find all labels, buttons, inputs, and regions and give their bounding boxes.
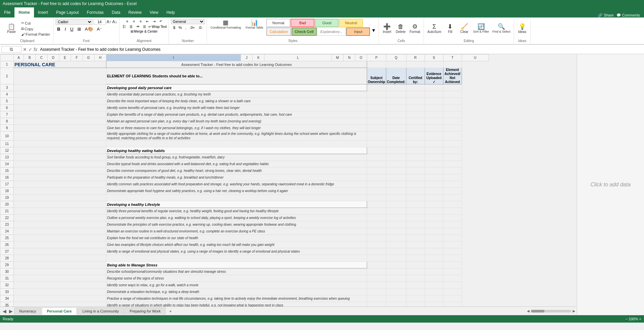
table-row[interactable] — [425, 268, 443, 275]
cancel-formula-icon[interactable]: ✕ — [23, 47, 27, 52]
table-row[interactable] — [386, 215, 406, 221]
table-row[interactable] — [406, 215, 425, 221]
table-row[interactable] — [14, 91, 106, 98]
share-button[interactable]: 🔗 Share — [598, 13, 613, 17]
table-row[interactable] — [386, 228, 406, 235]
table-row[interactable] — [367, 194, 386, 201]
table-row[interactable] — [406, 275, 425, 282]
table-row[interactable] — [443, 295, 462, 302]
table-row[interactable] — [425, 141, 443, 147]
tab-formulas[interactable]: Formulas — [83, 7, 108, 17]
table-row[interactable] — [367, 201, 386, 208]
table-row[interactable] — [367, 168, 386, 174]
table-row[interactable] — [443, 154, 462, 161]
table-row[interactable] — [425, 275, 443, 282]
comma-button[interactable]: , — [184, 25, 188, 30]
table-row[interactable] — [406, 154, 425, 161]
align-top-right[interactable]: ≡ — [138, 19, 144, 24]
table-row[interactable] — [367, 248, 386, 255]
table-row[interactable] — [14, 84, 106, 91]
col-header-d[interactable]: D — [47, 54, 59, 61]
table-row[interactable] — [386, 147, 406, 154]
table-row[interactable] — [367, 132, 386, 141]
table-row[interactable]: Describe school/personal/community situa… — [106, 268, 367, 275]
table-row[interactable] — [367, 295, 386, 302]
table-row[interactable] — [367, 282, 386, 289]
table-row[interactable]: Assesment Tracker - Feel free to add cod… — [106, 61, 367, 68]
table-row[interactable] — [406, 111, 425, 118]
table-row[interactable] — [14, 242, 106, 248]
table-row[interactable] — [425, 174, 443, 181]
table-row[interactable] — [14, 255, 106, 262]
table-row[interactable] — [406, 302, 425, 307]
style-check-cell[interactable]: Check Cell — [292, 28, 317, 36]
sheet-tab-preparing[interactable]: Preparing for Work — [124, 307, 166, 315]
table-row[interactable] — [386, 125, 406, 132]
table-row[interactable] — [425, 194, 443, 201]
table-row[interactable] — [14, 98, 106, 105]
confirm-formula-icon[interactable]: ✓ — [28, 47, 32, 52]
formula-input[interactable] — [39, 46, 643, 52]
table-row[interactable]: Identify some ways to relax, e.g. go for… — [106, 282, 367, 289]
col-header-p[interactable]: P — [367, 54, 386, 61]
table-row[interactable] — [425, 282, 443, 289]
underline-button[interactable]: U — [69, 26, 75, 32]
table-row[interactable] — [425, 154, 443, 161]
table-row[interactable] — [443, 147, 462, 154]
table-row[interactable] — [14, 105, 106, 111]
table-row[interactable] — [425, 118, 443, 125]
table-row[interactable] — [425, 132, 443, 141]
table-row[interactable] — [406, 248, 425, 255]
table-row[interactable] — [425, 248, 443, 255]
decrease-decimal-button[interactable]: .0- — [197, 25, 204, 30]
table-row[interactable]: Sort familiar foods according to food gr… — [106, 154, 367, 161]
table-row[interactable] — [14, 295, 106, 302]
table-row[interactable]: Identify three personal benefits of regu… — [106, 208, 367, 215]
align-top-center[interactable]: ≡ — [131, 19, 137, 24]
table-row[interactable] — [443, 208, 462, 215]
table-row[interactable] — [386, 268, 406, 275]
table-row[interactable]: Identify a range of emotional and physic… — [106, 248, 367, 255]
table-row[interactable] — [367, 141, 386, 147]
italic-button[interactable]: I — [63, 26, 68, 32]
table-row[interactable] — [386, 295, 406, 302]
table-row[interactable] — [367, 181, 386, 188]
table-row[interactable] — [367, 61, 386, 68]
table-row[interactable] — [425, 262, 443, 268]
table-row[interactable] — [14, 132, 106, 141]
style-bad[interactable]: Bad — [291, 19, 314, 27]
fill-color-button[interactable]: A🎨 — [83, 26, 95, 32]
table-row[interactable]: Recognise some of the signs of stress — [106, 275, 367, 282]
table-row[interactable] — [406, 282, 425, 289]
table-row[interactable] — [14, 268, 106, 275]
table-row[interactable] — [14, 68, 106, 84]
table-row[interactable] — [367, 235, 386, 242]
table-row[interactable] — [443, 248, 462, 255]
insert-button[interactable]: ➕ Insert — [381, 23, 393, 35]
table-row[interactable] — [443, 181, 462, 188]
table-row[interactable] — [386, 282, 406, 289]
format-as-table-button[interactable]: 📊 Format Table — [244, 19, 264, 30]
table-row[interactable] — [14, 125, 106, 132]
table-row[interactable]: PERSONAL CARE — [14, 61, 106, 68]
table-row[interactable] — [14, 282, 106, 289]
insert-function-icon[interactable]: fx — [34, 47, 37, 52]
table-row[interactable] — [443, 168, 462, 174]
table-row[interactable] — [386, 181, 406, 188]
styles-expand-button[interactable]: ▼ — [370, 28, 377, 36]
table-row[interactable] — [14, 208, 106, 215]
table-row[interactable] — [443, 98, 462, 105]
table-row[interactable] — [14, 161, 106, 168]
table-row[interactable] — [406, 194, 425, 201]
table-row[interactable]: Participate in the preparation of health… — [106, 174, 367, 181]
table-row[interactable] — [425, 221, 443, 228]
table-row[interactable] — [443, 228, 462, 235]
table-row[interactable] — [425, 61, 443, 68]
table-row[interactable] — [425, 188, 443, 194]
table-row[interactable] — [425, 105, 443, 111]
table-row[interactable] — [386, 208, 406, 215]
table-row[interactable] — [406, 188, 425, 194]
table-row[interactable] — [14, 215, 106, 221]
tab-page-layout[interactable]: Page Layout — [52, 7, 83, 17]
table-row[interactable] — [386, 262, 406, 268]
